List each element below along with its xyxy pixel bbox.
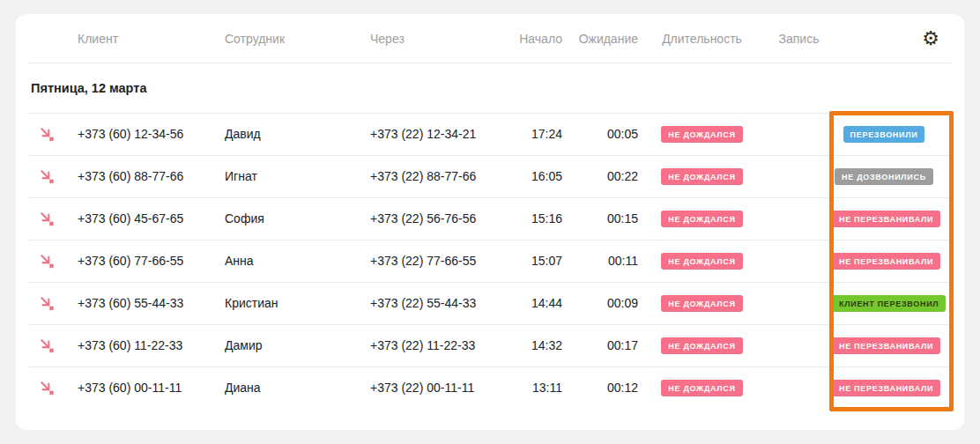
settings-cell: ⚙ — [832, 29, 964, 48]
table-row[interactable]: +373 (60) 55-44-33 Кристиан +373 (22) 55… — [16, 282, 964, 324]
call-log-card: Клиент Сотрудник Через Начало Ожидание Д… — [16, 14, 964, 430]
callback-status-badge: НЕ ПЕРЕЗВАНИВАЛИ — [832, 380, 940, 396]
callback-status-badge: НЕ ПЕРЕЗВАНИВАЛИ — [832, 337, 940, 354]
table-row[interactable]: +373 (60) 00-11-11 Диана +373 (22) 00-11… — [16, 366, 964, 409]
table-row[interactable]: +373 (60) 77-66-55 Анна +373 (22) 77-66-… — [16, 240, 964, 282]
table-row[interactable]: +373 (60) 11-22-33 Дамир +373 (22) 11-22… — [16, 324, 964, 366]
duration-status-badge: НЕ ДОЖДАЛСЯ — [661, 126, 742, 143]
duration-status-badge: НЕ ДОЖДАЛСЯ — [661, 253, 742, 270]
employee-name: Давид — [225, 127, 370, 141]
employee-name: Дамир — [225, 338, 370, 352]
column-header-via: Через — [370, 32, 518, 46]
via-phone: +373 (22) 55-44-33 — [370, 296, 518, 310]
employee-name: София — [225, 211, 370, 226]
missed-call-icon — [38, 125, 56, 144]
column-header-waiting: Ожидание — [562, 32, 638, 46]
via-phone: +373 (22) 11-22-33 — [370, 338, 518, 352]
via-phone: +373 (22) 77-66-55 — [370, 254, 518, 268]
column-header-employee: Сотрудник — [225, 32, 370, 46]
employee-name: Диана — [225, 381, 370, 395]
callback-status-badge: НЕ ПЕРЕЗВАНИВАЛИ — [832, 253, 940, 270]
via-phone: +373 (22) 88-77-66 — [370, 169, 518, 183]
start-time: 14:32 — [518, 338, 562, 352]
waiting-time: 00:15 — [562, 211, 638, 226]
employee-name: Анна — [225, 254, 370, 268]
start-time: 15:07 — [518, 254, 562, 268]
start-time: 16:05 — [518, 169, 562, 183]
missed-call-icon — [38, 379, 56, 397]
gear-icon[interactable]: ⚙ — [922, 29, 939, 48]
start-time: 17:24 — [518, 127, 562, 141]
start-time: 13:11 — [518, 381, 562, 395]
column-header-duration: Длительность — [638, 32, 766, 46]
via-phone: +373 (22) 56-76-56 — [370, 211, 518, 226]
duration-status-badge: НЕ ДОЖДАЛСЯ — [661, 337, 742, 354]
client-phone: +373 (60) 12-34-56 — [78, 127, 225, 141]
column-header-record: Запись — [766, 32, 832, 46]
duration-status-badge: НЕ ДОЖДАЛСЯ — [661, 295, 742, 312]
table-row[interactable]: +373 (60) 12-34-56 Давид +373 (22) 12-34… — [16, 113, 964, 155]
table-row[interactable]: +373 (60) 88-77-66 Игнат +373 (22) 88-77… — [16, 155, 964, 197]
missed-call-icon — [38, 252, 56, 270]
waiting-time: 00:17 — [562, 338, 638, 352]
date-group-header: Пятница, 12 марта — [16, 63, 964, 113]
via-phone: +373 (22) 12-34-21 — [370, 127, 518, 141]
employee-name: Кристиан — [225, 296, 370, 310]
missed-call-icon — [38, 337, 56, 355]
client-phone: +373 (60) 45-67-65 — [78, 211, 225, 226]
employee-name: Игнат — [225, 169, 370, 183]
waiting-time: 00:22 — [562, 169, 638, 183]
client-phone: +373 (60) 55-44-33 — [78, 296, 225, 310]
column-header-client: Клиент — [78, 32, 225, 46]
table-header: Клиент Сотрудник Через Начало Ожидание Д… — [16, 14, 964, 63]
callback-status-badge: ПЕРЕЗВОНИЛИ — [843, 126, 925, 143]
callback-status-badge: НЕ ПЕРЕЗВАНИВАЛИ — [832, 211, 940, 227]
client-phone: +373 (60) 77-66-55 — [78, 254, 225, 268]
table-row[interactable]: +373 (60) 45-67-65 София +373 (22) 56-76… — [16, 197, 964, 240]
duration-status-badge: НЕ ДОЖДАЛСЯ — [661, 211, 742, 227]
client-phone: +373 (60) 11-22-33 — [78, 338, 225, 352]
waiting-time: 00:05 — [562, 127, 638, 141]
waiting-time: 00:09 — [562, 296, 638, 310]
waiting-time: 00:12 — [562, 381, 638, 395]
via-phone: +373 (22) 00-11-11 — [370, 381, 518, 395]
missed-call-icon — [38, 294, 56, 313]
waiting-time: 00:11 — [562, 254, 638, 268]
start-time: 15:16 — [518, 211, 562, 226]
callback-status-badge: КЛИЕНТ ПЕРЕЗВОНИЛ — [832, 295, 946, 312]
duration-status-badge: НЕ ДОЖДАЛСЯ — [661, 380, 742, 396]
column-header-start: Начало — [518, 32, 562, 46]
missed-call-icon — [38, 210, 56, 228]
client-phone: +373 (60) 00-11-11 — [78, 381, 225, 395]
missed-call-icon — [38, 167, 56, 186]
duration-status-badge: НЕ ДОЖДАЛСЯ — [661, 168, 742, 185]
callback-status-badge: НЕ ДОЗВОНИЛИСЬ — [835, 168, 933, 185]
client-phone: +373 (60) 88-77-66 — [78, 169, 225, 183]
start-time: 14:44 — [518, 296, 562, 310]
